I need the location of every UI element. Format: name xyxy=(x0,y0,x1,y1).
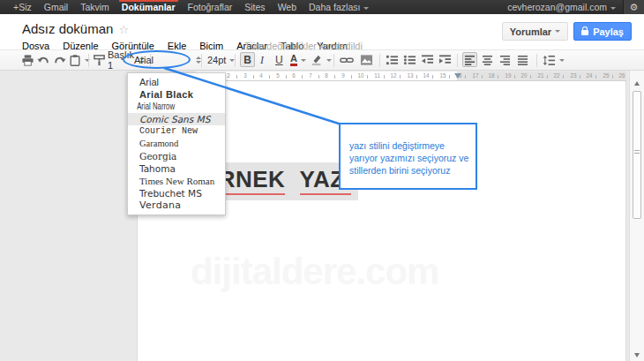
ruler-number: 5 xyxy=(276,72,280,78)
font-menu-item-verdana[interactable]: Verdana xyxy=(128,199,225,212)
undo-icon xyxy=(37,54,50,67)
topbar-item-dok-manlar[interactable]: Dokümanlar xyxy=(116,0,182,14)
annotation-note: yazı stilini değiştirmeye yarıyor yazımı… xyxy=(339,123,477,190)
ruler-tick xyxy=(269,75,270,79)
settings-button[interactable]: ⚙ xyxy=(623,0,644,14)
insert-link-button[interactable] xyxy=(340,50,354,70)
ruler-number: 25 xyxy=(603,72,609,78)
font-menu-item-comic-sans-ms[interactable]: Comic Sans MS xyxy=(128,113,225,125)
ruler-number: 7 xyxy=(309,72,312,78)
ruler-number: 15 xyxy=(439,72,446,78)
gear-icon: ⚙ xyxy=(630,2,639,13)
ruler-tick xyxy=(302,75,303,79)
web-clipboard-button[interactable] xyxy=(69,50,90,70)
topbar-item-takvim[interactable]: Takvim xyxy=(74,0,116,14)
font-menu-item-courier-new[interactable]: Courier New xyxy=(128,125,225,138)
font-menu-item-arial[interactable]: Arial xyxy=(128,76,225,88)
highlight-color-button[interactable] xyxy=(311,50,332,70)
align-right-button[interactable] xyxy=(499,50,511,70)
line-spacing-button[interactable] xyxy=(543,50,565,70)
google-docs-window: +SizGmailTakvimDokümanlarFotoğraflarSite… xyxy=(0,0,644,361)
link-icon xyxy=(340,54,354,66)
scrollbar-thumb[interactable] xyxy=(633,91,641,219)
text-color-button[interactable]: A xyxy=(290,50,306,70)
ruler-tick xyxy=(318,75,319,79)
ruler-tick xyxy=(400,75,401,79)
chevron-down-icon xyxy=(363,7,369,10)
font-menu-item-georgia[interactable]: Georgia xyxy=(128,150,225,162)
font-menu-item-trebuchet-ms[interactable]: Trebuchet MS xyxy=(128,187,225,199)
ruler-number: 9 xyxy=(341,72,345,78)
ruler-number: 19 xyxy=(505,72,511,78)
comments-button[interactable]: Yorumlar xyxy=(502,22,568,41)
font-menu-item-garamond[interactable]: Garamond xyxy=(128,138,225,150)
print-button[interactable] xyxy=(21,50,34,70)
watermark: dijitaldere.com xyxy=(191,251,438,293)
redo-button[interactable] xyxy=(53,50,66,70)
paint-roller-icon xyxy=(93,54,106,67)
bold-button[interactable]: B xyxy=(240,52,255,67)
chevron-down-icon xyxy=(85,59,90,62)
ruler-number: 17 xyxy=(472,72,478,78)
italic-button[interactable]: I xyxy=(260,50,264,70)
font-size-dropdown[interactable]: 24pt xyxy=(207,50,235,70)
ruler-number: 12 xyxy=(390,72,396,78)
highlighter-icon xyxy=(311,54,323,66)
ruler-tick xyxy=(286,75,287,79)
font-menu-item-tahoma[interactable]: Tahoma xyxy=(128,162,225,175)
ruler-number: 11 xyxy=(374,72,380,78)
align-right-icon xyxy=(499,55,511,65)
topbar-item-more[interactable]: Daha fazlası xyxy=(303,0,375,14)
ruler-number: 14 xyxy=(423,72,429,78)
ruler-tick xyxy=(514,75,515,79)
star-icon[interactable]: ☆ xyxy=(118,23,129,36)
bulleted-list-icon xyxy=(403,54,416,66)
document-title[interactable]: Adsız doküman☆ xyxy=(22,21,129,36)
ruler-tick xyxy=(530,75,531,79)
scroll-down-icon[interactable] xyxy=(634,353,640,357)
numbered-list-button[interactable] xyxy=(386,50,399,70)
printer-icon xyxy=(21,54,34,67)
vertical-scrollbar[interactable] xyxy=(629,71,644,361)
document-area: 1234567891011121314151617181920212223242… xyxy=(0,71,644,361)
insert-image-button[interactable] xyxy=(360,50,373,70)
paint-format-button[interactable] xyxy=(93,50,106,70)
align-center-button[interactable] xyxy=(482,50,493,70)
align-left-button[interactable] xyxy=(462,52,477,67)
share-button[interactable]: Paylaş xyxy=(573,22,632,41)
numbered-list-icon xyxy=(386,54,399,66)
font-menu-item-arial-black[interactable]: Arial Black xyxy=(128,88,225,101)
account-email[interactable]: cevherozan@gmail.com xyxy=(500,2,623,12)
scrollbar-grip xyxy=(634,150,640,154)
topbar-item-foto-raflar[interactable]: Fotoğraflar xyxy=(182,0,239,14)
topbar-item-gmail[interactable]: Gmail xyxy=(38,0,74,14)
font-menu-item-times-new-roman[interactable]: Times New Roman xyxy=(128,175,225,187)
indent-icon xyxy=(438,54,452,66)
topbar-item--siz[interactable]: +Siz xyxy=(7,0,38,14)
google-services-nav: +SizGmailTakvimDokümanlarFotoğraflarSite… xyxy=(0,0,303,14)
increase-indent-button[interactable] xyxy=(438,50,452,70)
ruler-tick xyxy=(580,75,580,79)
ruler-tick xyxy=(547,75,548,79)
topbar-item-sites[interactable]: Sites xyxy=(238,0,271,14)
ruler-tick xyxy=(351,75,352,79)
ruler-tick xyxy=(367,75,368,79)
ruler-tick xyxy=(612,75,613,79)
underline-button[interactable]: U xyxy=(275,50,283,70)
justify-button[interactable] xyxy=(517,50,528,70)
ruler-tick xyxy=(253,75,254,79)
font-menu-item-arial-narrow[interactable]: Arial Narrow xyxy=(128,101,204,113)
ruler-number: 3 xyxy=(243,72,247,78)
undo-button[interactable] xyxy=(37,50,50,70)
ruler-number: 26 xyxy=(618,72,625,78)
ruler-number: 21 xyxy=(537,72,543,78)
decrease-indent-button[interactable] xyxy=(421,50,434,70)
ruler-number: 2 xyxy=(227,72,230,78)
font-dropdown[interactable]: Arial xyxy=(157,50,196,70)
bulleted-list-button[interactable] xyxy=(403,50,416,70)
scroll-up-icon[interactable] xyxy=(634,81,640,86)
topbar-item-web[interactable]: Web xyxy=(272,0,303,14)
chevron-down-icon xyxy=(326,59,332,62)
ruler-tick xyxy=(498,75,498,79)
ruler-tick xyxy=(384,75,385,79)
